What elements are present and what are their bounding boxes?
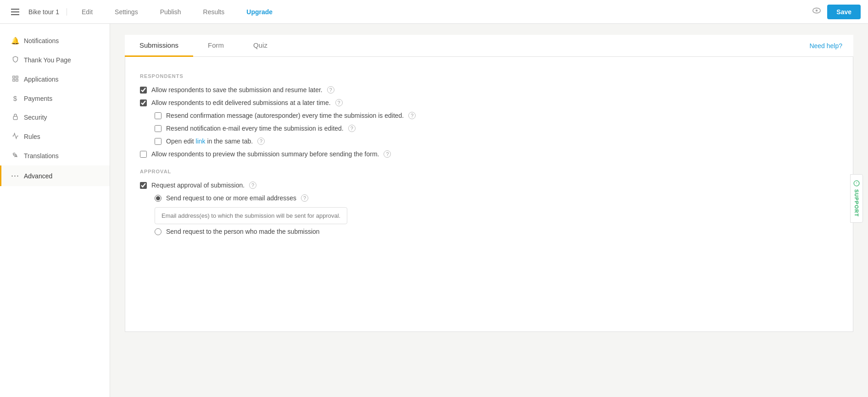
grid-icon	[11, 75, 19, 83]
label-edit-later: Allow respondents to edit delivered subm…	[151, 99, 331, 106]
app-title: Bike tour 1	[28, 8, 67, 16]
tab-settings[interactable]: Settings	[104, 0, 149, 24]
svg-point-1	[816, 10, 818, 12]
help-icon-save-resume[interactable]: ?	[327, 86, 334, 94]
help-icon-open-edit-link[interactable]: ?	[257, 138, 265, 145]
approval-heading: APPROVAL	[140, 169, 838, 174]
sidebar: 🔔 Notifications Thank You Page Applicati…	[0, 24, 110, 397]
svg-rect-5	[16, 79, 17, 81]
sidebar-item-applications-label: Applications	[24, 76, 59, 83]
option-send-to-email: Send request to one or more email addres…	[155, 194, 838, 202]
option-open-edit-link: Open edit link in the same tab. ?	[155, 138, 838, 145]
radio-send-to-submitter[interactable]	[155, 228, 161, 235]
preview-button[interactable]	[812, 6, 822, 18]
translate-icon	[11, 152, 19, 160]
rules-icon	[11, 132, 19, 141]
content-tabs: Submissions Form Quiz Need help?	[125, 35, 853, 57]
sidebar-item-payments-label: Payments	[24, 95, 52, 102]
svg-rect-2	[12, 76, 14, 78]
sidebar-item-security-label: Security	[24, 114, 47, 121]
sidebar-item-translations[interactable]: Translations	[0, 146, 110, 165]
nav-right: Save	[812, 5, 861, 19]
option-preview-summary: Allow respondents to preview the submiss…	[140, 150, 838, 158]
sidebar-item-rules-label: Rules	[24, 133, 40, 140]
checkbox-edit-later[interactable]	[140, 99, 147, 106]
checkbox-resend-confirmation[interactable]	[155, 112, 161, 119]
bell-icon: 🔔	[11, 37, 19, 45]
layout: 🔔 Notifications Thank You Page Applicati…	[0, 24, 868, 397]
shield-icon	[11, 56, 19, 64]
checkbox-open-edit-link[interactable]	[155, 138, 161, 145]
help-icon-resend-notification[interactable]: ?	[348, 125, 356, 132]
option-send-to-submitter: Send request to the person who made the …	[155, 228, 838, 235]
option-resend-notification: Resend notification e-mail every time th…	[155, 125, 838, 132]
lock-icon	[11, 113, 19, 121]
svg-rect-6	[13, 116, 17, 120]
label-send-to-email: Send request to one or more email addres…	[166, 194, 296, 202]
top-nav: Bike tour 1 Edit Settings Publish Result…	[0, 0, 868, 24]
nav-tabs: Edit Settings Publish Results Upgrade	[71, 0, 284, 24]
option-edit-later: Allow respondents to edit delivered subm…	[140, 99, 838, 106]
edit-link-text[interactable]: link	[196, 138, 206, 145]
content-area: RESPONDENTS Allow respondents to save th…	[125, 57, 853, 332]
svg-rect-4	[12, 79, 14, 81]
help-icon-preview-summary[interactable]: ?	[384, 150, 391, 158]
label-save-resume: Allow respondents to save the submission…	[151, 86, 323, 94]
dots-icon: ···	[11, 171, 19, 181]
svg-rect-3	[16, 76, 17, 78]
email-addresses-input[interactable]	[155, 207, 347, 224]
label-send-to-submitter: Send request to the person who made the …	[166, 228, 320, 235]
tab-quiz[interactable]: Quiz	[239, 35, 282, 57]
tab-edit[interactable]: Edit	[71, 0, 104, 24]
checkbox-preview-summary[interactable]	[140, 151, 147, 158]
need-help-link[interactable]: Need help?	[809, 42, 853, 50]
radio-send-to-email[interactable]	[155, 195, 161, 202]
checkbox-resend-notification[interactable]	[155, 125, 161, 132]
sidebar-item-advanced[interactable]: ··· Advanced	[0, 165, 110, 186]
email-input-wrap	[155, 207, 838, 224]
label-resend-confirmation: Resend confirmation message (autorespond…	[166, 112, 404, 119]
option-resend-confirmation: Resend confirmation message (autorespond…	[155, 112, 838, 119]
support-label: SUPPORT	[854, 189, 859, 217]
label-resend-notification: Resend notification e-mail every time th…	[166, 125, 344, 132]
help-icon-edit-later[interactable]: ?	[335, 99, 343, 106]
help-icon-resend-confirmation[interactable]: ?	[408, 112, 416, 119]
help-icon-send-to-email[interactable]: ?	[301, 194, 308, 202]
sidebar-item-applications[interactable]: Applications	[0, 70, 110, 89]
sidebar-item-rules[interactable]: Rules	[0, 127, 110, 146]
tab-form[interactable]: Form	[193, 35, 239, 57]
label-open-edit-link: Open edit link in the same tab.	[166, 138, 253, 145]
option-save-resume: Allow respondents to save the submission…	[140, 86, 838, 94]
tab-submissions[interactable]: Submissions	[125, 35, 193, 57]
sidebar-item-security[interactable]: Security	[0, 108, 110, 127]
sidebar-item-advanced-label: Advanced	[24, 172, 52, 180]
support-tab[interactable]: SUPPORT	[850, 174, 863, 223]
respondents-heading: RESPONDENTS	[140, 73, 838, 79]
help-icon-request-approval[interactable]: ?	[249, 182, 256, 189]
label-preview-summary: Allow respondents to preview the submiss…	[151, 150, 379, 158]
sidebar-item-notifications-label: Notifications	[24, 37, 59, 44]
tab-upgrade[interactable]: Upgrade	[235, 0, 284, 24]
sidebar-item-notifications[interactable]: 🔔 Notifications	[0, 31, 110, 50]
tab-results[interactable]: Results	[192, 0, 236, 24]
checkbox-request-approval[interactable]	[140, 182, 147, 189]
label-request-approval: Request approval of submission.	[151, 182, 245, 189]
sidebar-item-thank-you-label: Thank You Page	[24, 56, 71, 64]
hamburger-button[interactable]	[7, 5, 23, 19]
checkbox-save-resume[interactable]	[140, 87, 147, 94]
sidebar-item-thank-you-page[interactable]: Thank You Page	[0, 50, 110, 70]
dollar-icon: $	[11, 94, 19, 102]
main-content: Submissions Form Quiz Need help? RESPOND…	[110, 24, 868, 397]
option-request-approval: Request approval of submission. ?	[140, 182, 838, 189]
sidebar-item-translations-label: Translations	[24, 152, 59, 160]
sidebar-item-payments[interactable]: $ Payments	[0, 89, 110, 108]
save-button[interactable]: Save	[827, 5, 861, 19]
tab-publish[interactable]: Publish	[149, 0, 192, 24]
